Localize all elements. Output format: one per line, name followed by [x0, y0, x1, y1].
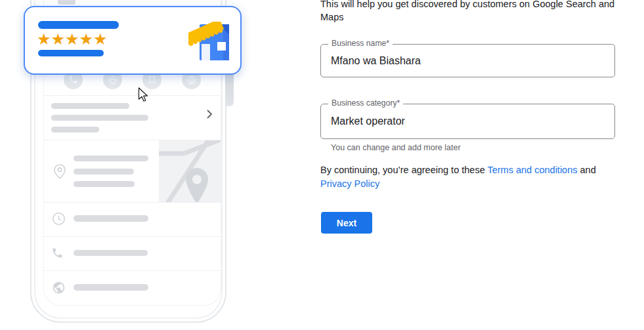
storefront-icon — [188, 22, 229, 64]
divider — [44, 270, 221, 271]
divider — [44, 95, 221, 96]
business-preview-card: ★★★★★ — [24, 6, 242, 75]
skeleton-bar — [74, 250, 148, 256]
agreement-prefix: By continuing, you’re agreeing to these — [320, 165, 487, 175]
clock-icon — [52, 212, 66, 228]
skeleton-bar — [74, 155, 148, 161]
terms-link[interactable]: Terms and conditions — [487, 165, 577, 175]
skeleton-bar — [51, 103, 129, 109]
divider — [44, 202, 221, 203]
business-name-field[interactable]: Business name* — [320, 44, 615, 77]
mouse-cursor-icon — [138, 87, 150, 106]
agreement-conjunction: and — [577, 165, 595, 175]
business-name-skeleton-bar — [38, 21, 119, 29]
chevron-right-icon — [203, 108, 216, 123]
business-category-field[interactable]: Business category* — [320, 104, 615, 139]
phone-icon — [51, 247, 64, 262]
business-profile-illustration: ★★★★★ — [0, 0, 282, 330]
skeleton-bar — [51, 115, 148, 121]
next-button[interactable]: Next — [321, 212, 372, 234]
privacy-link[interactable]: Privacy Policy — [320, 178, 379, 189]
intro-text: This will help you get discovered by cus… — [320, 0, 620, 24]
agreement-text: By continuing, you’re agreeing to these … — [320, 163, 604, 190]
setup-form-panel: This will help you get discovered by cus… — [320, 0, 629, 330]
business-name-input[interactable] — [321, 45, 614, 77]
skeleton-bar — [74, 169, 134, 175]
skeleton-bar — [74, 284, 148, 291]
skeleton-bar — [74, 181, 135, 187]
skeleton-bar — [58, 0, 75, 5]
location-pin-icon — [53, 163, 66, 182]
review-count-skeleton-bar — [38, 50, 104, 56]
globe-icon — [52, 281, 66, 297]
business-category-input[interactable] — [321, 104, 614, 138]
divider — [44, 236, 221, 237]
map-thumbnail — [159, 140, 221, 202]
category-helper-text: You can change and add more later — [331, 143, 461, 152]
rating-stars: ★★★★★ — [37, 31, 108, 48]
skeleton-bar — [74, 215, 148, 222]
skeleton-bar — [51, 127, 99, 133]
